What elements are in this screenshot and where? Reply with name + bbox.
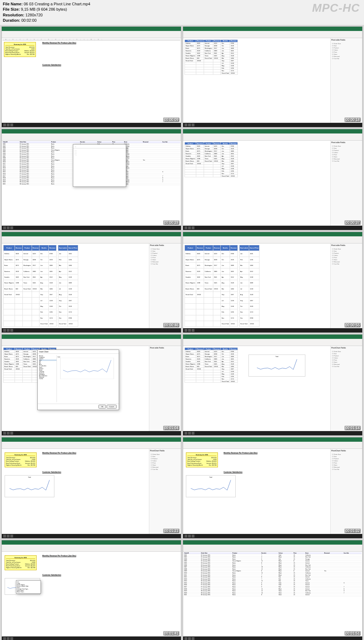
frame-9[interactable]: Summary for 2015 Total Revenue:$19,910 T… (1, 437, 181, 539)
pivot-table[interactable]: ProductRevenueProductRevenueMonthsRevenu… (3, 245, 57, 327)
timestamp: 00:00:09 (163, 117, 180, 122)
frame-10[interactable]: Summary for 2015 Total Revenue:$19,910 T… (183, 437, 363, 539)
frame-11[interactable]: Summary for 2015 Total Revenue:$19,910 T… (1, 540, 181, 640)
watermark: MPC-HC (312, 1, 360, 15)
frame-2[interactable]: ProductRevenueProductRevenueMonthsRevenu… (183, 26, 363, 128)
timestamp: 00:01:23 (163, 529, 180, 533)
timestamp: 00:01:41 (163, 631, 180, 636)
timestamp: 00:00:37 (344, 220, 361, 225)
pivot-table[interactable]: ProductRevenueProductRevenueMonthsRevenu… (184, 40, 238, 75)
pivot-table[interactable]: ProductRevenueProductRevenueMonthsRevenu… (184, 347, 238, 383)
frame-5[interactable]: ProductRevenueProductRevenueMonthsRevenu… (1, 232, 181, 333)
frame-4[interactable]: ProductRevenueProductRevenueMonthsRevenu… (183, 129, 363, 230)
frame-8[interactable]: ProductRevenueProductRevenueMonthsRevenu… (183, 334, 363, 436)
frame-12[interactable]: OrderIDOrder DateProductSize (in)ColourP… (183, 540, 363, 640)
section-title: Customer Satisfaction (42, 64, 61, 66)
file-size: 9,15 MB (9 604 286 bytes) (21, 7, 67, 11)
dialog-group[interactable]: ... ○ ...○ ...○ ...○ ... (73, 144, 126, 187)
label: File Size: (3, 7, 20, 11)
cancel-button[interactable]: Cancel (107, 405, 117, 409)
pivot-chart[interactable]: Total (248, 355, 305, 377)
summary-box: Summary for 2015 Total Revenue:$19,910 T… (4, 42, 36, 57)
context-menu[interactable]: CutCopyPaste OptionsReset to Match Style… (16, 580, 41, 594)
pivot-chart[interactable]: Total (5, 475, 54, 497)
timestamp: 00:01:51 (344, 631, 361, 636)
insert-chart-dialog[interactable]: Insert Chart RecentTemplatesColumnLinePi… (37, 350, 119, 410)
file-name: 06 03 Creating a Pivot Line Chart.mp4 (24, 2, 90, 6)
row-labels-table[interactable]: Row LabelsSum of PriceJan1631Feb1235Mar1… (239, 245, 260, 327)
timestamp: 00:01:32 (344, 529, 361, 533)
chart-type-list[interactable]: RecentTemplatesColumnLinePieBarAreaX Y (… (39, 355, 57, 402)
timestamp: 00:01:14 (344, 426, 361, 430)
ok-button[interactable]: OK (98, 405, 106, 409)
pivot-table[interactable]: ProductRevenueProductRevenueMonthsRevenu… (184, 142, 238, 177)
duration: 00:02:00 (21, 18, 37, 22)
file-info-header: File Name: 06 03 Creating a Pivot Line C… (0, 0, 364, 25)
frame-3[interactable]: OrderIDOrder DateProductSize (in)ColourP… (1, 129, 181, 230)
taskbar (2, 123, 181, 127)
section-title: Monthly Revenue Per Product (Jan-Dec) (42, 42, 76, 44)
pivot-table[interactable]: ProductRevenueProductRevenueMonthsRevenu… (184, 245, 238, 327)
label: Duration: (3, 18, 20, 22)
label: File Name: (3, 2, 23, 6)
frame-6[interactable]: ProductRevenueProductRevenueMonthsRevenu… (183, 232, 363, 333)
timestamp: 00:00:28 (163, 220, 180, 225)
label: Resolution: (3, 13, 25, 17)
frame-1[interactable]: ABCDEFGHIJKLMN Summary for 2015 Total Re… (1, 26, 181, 128)
resolution: 1280x720 (26, 13, 43, 17)
chart-preview (58, 358, 117, 379)
raw-data-table[interactable]: OrderIDOrder DateProductSize (in)ColourP… (184, 552, 362, 596)
pivot-field-panel[interactable]: Pivot able Fields ☐ Order Date☐ Size☐ Pr… (330, 38, 362, 123)
frame-7[interactable]: ProductRevenueProductRevenueMonthsRevenu… (1, 334, 181, 436)
svg-rect-0 (60, 358, 114, 379)
timestamp: 00:00:18 (344, 117, 361, 122)
row-labels-table[interactable]: Row LabelsSum of PriceJan1631Feb1235Mar1… (58, 245, 79, 327)
timestamp: 00:00:55 (344, 323, 361, 327)
timestamp: 00:00:46 (163, 323, 180, 327)
timestamp: 00:01:04 (163, 426, 180, 430)
thumbnail-grid: ABCDEFGHIJKLMN Summary for 2015 Total Re… (0, 25, 364, 640)
